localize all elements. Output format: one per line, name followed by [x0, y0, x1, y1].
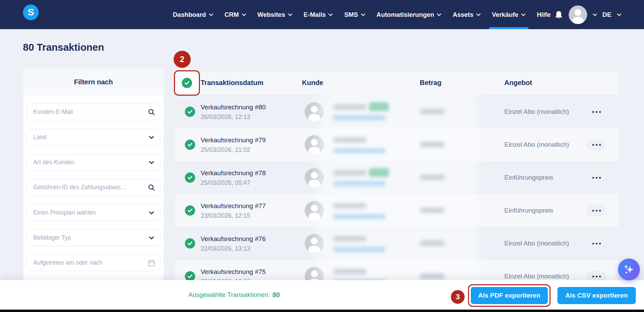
- amount-redacted: [420, 175, 444, 180]
- user-avatar[interactable]: [569, 5, 587, 24]
- transaction-info: Verkaufsrechnung #79 25/03/2026, 21:02: [201, 136, 266, 154]
- chevron-down-icon: [288, 13, 292, 16]
- transaction-title: Verkaufsrechnung #76: [201, 235, 266, 243]
- page-title: 80 Transaktionen: [23, 42, 104, 53]
- transaction-info: Verkaufsrechnung #78 25/03/2026, 05:47: [201, 169, 266, 187]
- transaction-info: Verkaufsrechnung #77 23/03/2026, 12:15: [201, 202, 266, 219]
- selection-footer-bar: Ausgewählte Transaktionen: 80 Als PDF ex…: [0, 280, 644, 310]
- transaction-info: Verkaufsrechnung #76 22/03/2026, 13:13: [201, 235, 266, 252]
- offer-name: Einführungspreis: [504, 161, 553, 194]
- table-row: Verkaufsrechnung #80 26/03/2026, 12:13 E…: [175, 95, 618, 128]
- filter-panel: Filtern nach: [23, 69, 164, 280]
- nav-item-assets[interactable]: Assets: [453, 0, 481, 29]
- filter-panel-title: Filtern nach: [23, 69, 164, 95]
- nav-item-automations[interactable]: Automatisierungen: [377, 0, 442, 29]
- filter-customer-type: [26, 154, 161, 171]
- row-selected-check-icon[interactable]: [185, 140, 195, 150]
- selected-transactions-label: Ausgewählte Transaktionen:: [188, 291, 270, 299]
- table-row: Verkaufsrechnung #79 25/03/2026, 21:02 E…: [175, 128, 618, 161]
- navbar-right-cluster: DE: [554, 0, 621, 29]
- nav-item-dashboard[interactable]: Dashboard: [173, 0, 213, 29]
- table-header: Transaktionsdatum Kunde Betrag Angebot: [175, 71, 618, 95]
- chevron-down-icon: [328, 13, 333, 16]
- chevron-down-icon: [521, 13, 526, 16]
- row-actions-menu-button[interactable]: [586, 205, 607, 216]
- customer-email-redacted: [333, 116, 386, 120]
- customer-avatar: [305, 135, 324, 154]
- row-actions-menu-button[interactable]: [586, 106, 607, 118]
- row-selected-check-icon[interactable]: [185, 205, 195, 216]
- amount-redacted: [420, 109, 444, 114]
- table-row: Verkaufsrechnung #76 22/03/2026, 13:13 E…: [175, 227, 618, 260]
- notifications-bell-icon[interactable]: [554, 10, 563, 20]
- customer-avatar: [305, 201, 324, 220]
- app-logo[interactable]: S: [23, 4, 39, 20]
- chevron-down-icon: [361, 13, 365, 16]
- chevron-down-icon[interactable]: [593, 13, 597, 16]
- row-selected-check-icon[interactable]: [185, 107, 195, 117]
- filter-price-plan: [26, 204, 161, 221]
- select-all-check-icon[interactable]: [182, 78, 192, 88]
- nav-item-sms[interactable]: SMS: [344, 0, 365, 29]
- row-selected-check-icon[interactable]: [185, 172, 195, 183]
- customer-name-redacted: [333, 137, 366, 142]
- transaction-date: 25/03/2026, 21:02: [201, 146, 266, 154]
- customer-email-redacted: [333, 148, 386, 153]
- ai-assistant-fab[interactable]: [618, 259, 640, 280]
- country-select[interactable]: [26, 129, 161, 146]
- filter-charge-id: [26, 179, 161, 196]
- customer-email-redacted: [333, 247, 386, 252]
- transaction-title: Verkaufsrechnung #75: [201, 268, 266, 276]
- nav-item-help[interactable]: Hilfe: [537, 0, 551, 29]
- sparkles-icon: [622, 263, 635, 276]
- row-actions-menu-button[interactable]: [586, 172, 607, 183]
- offer-name: Einführungspreis: [504, 194, 553, 227]
- transaction-date: 25/03/2026, 05:47: [201, 179, 266, 187]
- transaction-title: Verkaufsrechnung #80: [201, 104, 266, 111]
- selected-transactions-count: 80: [273, 291, 280, 299]
- customer-email-redacted: [333, 181, 386, 186]
- offer-name: Einzel Abo (monatlich): [504, 227, 569, 260]
- price-plan-select[interactable]: [26, 204, 161, 221]
- customer-avatar: [305, 234, 324, 253]
- chevron-down-icon: [242, 13, 246, 16]
- table-row: Verkaufsrechnung #78 25/03/2026, 05:47 E…: [175, 161, 618, 194]
- chevron-down-icon: [209, 13, 213, 16]
- customer-avatar: [305, 168, 324, 187]
- column-offer: Angebot: [504, 79, 532, 87]
- customer-name-redacted: [333, 203, 366, 208]
- chevron-down-icon[interactable]: [617, 13, 621, 16]
- charge-id-input[interactable]: [26, 179, 161, 196]
- amount-redacted: [420, 208, 444, 213]
- transaction-title: Verkaufsrechnung #78: [201, 169, 266, 177]
- annotation-step-2-badge: 2: [174, 51, 191, 68]
- nav-item-crm[interactable]: CRM: [225, 0, 246, 29]
- selected-transactions-summary: Ausgewählte Transaktionen: 80: [188, 280, 280, 310]
- language-selector[interactable]: DE: [603, 11, 611, 19]
- transaction-info: Verkaufsrechnung #80 26/03/2026, 12:13: [201, 104, 266, 121]
- nav-item-websites[interactable]: Websites: [257, 0, 292, 29]
- customer-badge-redacted: [369, 102, 389, 111]
- top-navbar: S Dashboard CRM Websites E-Mails SMS Aut…: [0, 0, 644, 29]
- nav-item-emails[interactable]: E-Mails: [304, 0, 333, 29]
- transaction-title: Verkaufsrechnung #79: [201, 136, 266, 144]
- row-actions-menu-button[interactable]: [586, 139, 607, 151]
- transaction-date: 26/03/2026, 12:13: [201, 113, 266, 121]
- filter-country: [26, 129, 161, 146]
- customer-email-input[interactable]: [26, 104, 161, 120]
- type-select[interactable]: [26, 229, 161, 246]
- transaction-date: 22/03/2026, 13:13: [201, 245, 266, 252]
- date-input[interactable]: [26, 254, 161, 271]
- nav-item-sales-active[interactable]: Verkäufe: [492, 0, 526, 29]
- row-actions-menu-button[interactable]: [586, 238, 607, 249]
- avatar-body: [572, 17, 583, 24]
- row-selected-check-icon[interactable]: [185, 238, 195, 249]
- select-all-checkbox[interactable]: [176, 73, 198, 93]
- customer-name-redacted: [333, 269, 366, 274]
- export-csv-button[interactable]: Als CSV exportieren: [557, 287, 636, 304]
- screen-bottom-edge: [0, 310, 644, 312]
- transaction-date: 23/03/2026, 12:15: [201, 212, 266, 219]
- customer-type-select[interactable]: [26, 154, 161, 171]
- customer-avatar: [305, 102, 324, 121]
- chevron-down-icon: [476, 13, 481, 16]
